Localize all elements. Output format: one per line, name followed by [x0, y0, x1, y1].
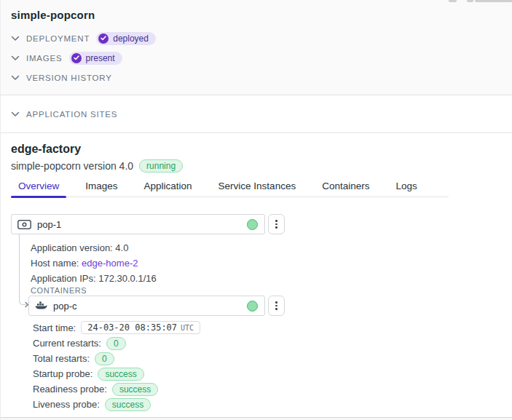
pod-app-ips: Application IPs: 172.30.0.1/16: [31, 271, 502, 286]
pod-name: pop-1: [37, 219, 241, 230]
pod-details-tree: Application version: 4.0 Host name: edge…: [19, 234, 502, 316]
accordion-application-sites-label: APPLICATION SITES: [26, 110, 117, 119]
container-kebab-menu-button[interactable]: [268, 296, 285, 316]
readiness-probe-badge: success: [112, 383, 158, 396]
current-restarts-badge: 0: [106, 337, 126, 350]
total-restarts-badge: 0: [95, 352, 114, 365]
container-item[interactable]: pop-c: [28, 296, 265, 316]
app-detail-page: simple-popcorn DEPLOYMENT deployed IMAGE…: [0, 0, 512, 420]
start-time-row: Start time: 24-03-20 08:35:07 UTC: [33, 320, 502, 336]
detail-tabs: Overview Images Application Service Inst…: [11, 178, 449, 197]
tab-overview[interactable]: Overview: [11, 178, 66, 197]
accordion-deployment[interactable]: DEPLOYMENT deployed: [11, 28, 502, 48]
tab-images[interactable]: Images: [78, 178, 125, 197]
start-time-value: 24-03-20 08:35:07: [87, 322, 177, 333]
chevron-down-icon: [11, 55, 20, 61]
check-circle-icon: [71, 53, 82, 63]
pod-row: pop-1: [11, 214, 502, 234]
tab-logs[interactable]: Logs: [388, 178, 424, 197]
application-sites-panel: APPLICATION SITES: [1, 95, 512, 133]
liveness-probe-badge: success: [105, 398, 151, 411]
images-status-badge: present: [69, 52, 122, 65]
total-restarts-row: Total restarts: 0: [33, 351, 502, 366]
startup-probe-row: Startup probe: success: [33, 366, 502, 381]
tab-application[interactable]: Application: [137, 178, 200, 197]
pod-status-dot: [247, 219, 258, 230]
current-restarts-row: Current restarts: 0: [33, 336, 502, 351]
tree-elbow-arrow-icon: [19, 296, 29, 312]
site-name: edge-factory: [11, 142, 502, 156]
application-title: simple-popcorn: [11, 9, 502, 21]
pod-app-version: Application version: 4.0: [31, 240, 502, 255]
containers-section-label: CONTAINERS: [31, 286, 502, 296]
images-status-text: present: [86, 53, 115, 63]
start-time-zone: UTC: [181, 324, 194, 332]
start-time-value-box: 24-03-20 08:35:07 UTC: [81, 321, 200, 334]
bottom-section-divider: [1, 417, 512, 420]
accordion-deployment-label: DEPLOYMENT: [26, 34, 90, 43]
chevron-down-icon: [11, 36, 20, 41]
host-name-link[interactable]: edge-home-2: [82, 258, 138, 269]
pod-host-name: Host name: edge-home-2: [31, 255, 502, 271]
tab-service-instances[interactable]: Service Instances: [211, 178, 304, 197]
pod-kebab-menu-button[interactable]: [268, 214, 285, 234]
cutoff-fragment: [467, 0, 473, 2]
accordion-images[interactable]: IMAGES present: [11, 48, 502, 68]
accordion-version-history[interactable]: VERSION HISTORY: [11, 68, 502, 87]
tab-containers[interactable]: Containers: [315, 178, 377, 197]
pod-icon: [17, 220, 31, 229]
cutoff-fragment: [449, 0, 457, 2]
running-status-badge: running: [139, 159, 183, 173]
deployment-status-text: deployed: [113, 33, 149, 44]
pod-details: Application version: 4.0 Host name: edge…: [19, 234, 502, 296]
liveness-probe-row: Liveness probe: success: [33, 397, 502, 412]
pod-item[interactable]: pop-1: [11, 214, 265, 234]
accordion-images-label: IMAGES: [26, 54, 63, 63]
site-detail-section: edge-factory simple-popcorn version 4.0 …: [1, 133, 512, 412]
chevron-down-icon: [11, 75, 20, 81]
container-name: pop-c: [53, 301, 241, 312]
pod-app-version-value: 4.0: [115, 242, 128, 253]
cutoff-fragment: [475, 0, 512, 2]
site-subtitle: simple-popcorn version 4.0: [11, 159, 133, 173]
application-summary-panel: simple-popcorn DEPLOYMENT deployed IMAGE…: [1, 0, 512, 95]
accordion-application-sites[interactable]: APPLICATION SITES: [11, 104, 502, 124]
pod-app-ips-value: 172.30.0.1/16: [98, 273, 157, 284]
deployment-status-badge: deployed: [96, 32, 156, 45]
readiness-probe-row: Readiness probe: success: [33, 381, 502, 397]
site-subtitle-row: simple-popcorn version 4.0 running: [11, 159, 502, 173]
docker-whale-icon: [35, 301, 47, 311]
chevron-down-icon: [11, 111, 20, 117]
start-time-label: Start time:: [33, 322, 76, 333]
container-status-dot: [247, 301, 258, 312]
startup-probe-badge: success: [98, 368, 143, 381]
container-row: pop-c: [19, 296, 502, 316]
accordion-version-history-label: VERSION HISTORY: [26, 74, 112, 82]
check-circle-icon: [98, 33, 109, 44]
container-metrics: Start time: 24-03-20 08:35:07 UTC Curren…: [33, 320, 502, 412]
